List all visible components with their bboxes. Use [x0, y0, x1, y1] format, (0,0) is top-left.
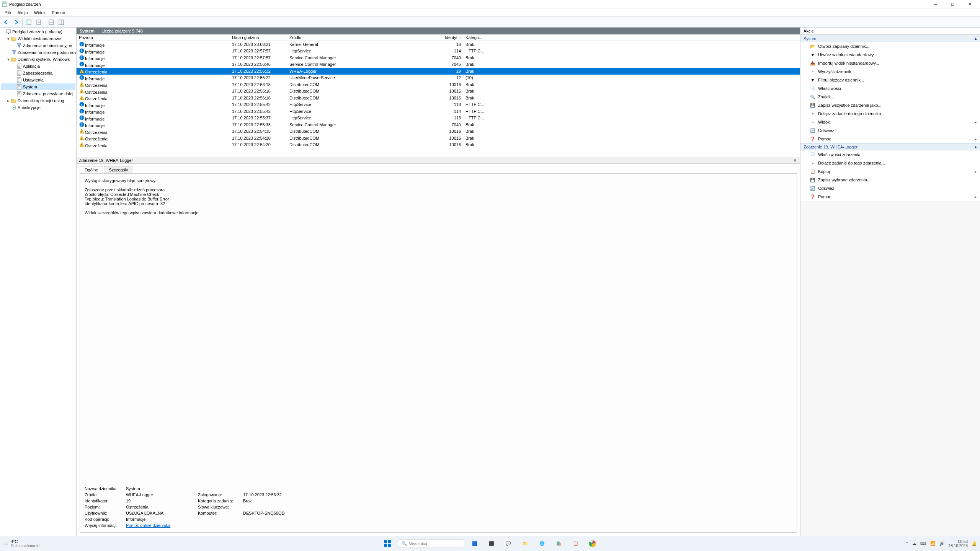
tree-node[interactable]: ▸Dzienniki aplikacji i usług [1, 97, 75, 104]
tree-toggle-icon[interactable]: ▾ [6, 57, 11, 62]
action-item[interactable]: 📄Właściwości zdarzenia [800, 150, 980, 159]
tree-node[interactable]: Podgląd zdarzeń (Lokalny) [1, 28, 75, 35]
store-icon[interactable]: 🛍️ [551, 538, 567, 550]
action-item[interactable]: ▫Dołącz zadanie do tego dziennika... [800, 109, 980, 118]
event-row[interactable]: !Ostrzeżenia17.10.2023 22:56:18Distribut… [77, 81, 800, 88]
tray-chevron-icon[interactable]: ⌃ [905, 541, 908, 546]
action-item[interactable]: 📂Otwórz zapisany dziennik... [800, 42, 980, 51]
svg-text:!: ! [81, 70, 82, 73]
action-item[interactable]: 🔍Znajdź... [800, 93, 980, 101]
col-level[interactable]: Poziom [77, 34, 230, 41]
tree-node[interactable]: Zdarzenia na stronie podsumowania [1, 49, 75, 56]
tree-node[interactable]: Aplikacja [1, 63, 75, 70]
taskbar-search[interactable]: 🔍 [397, 539, 466, 548]
menu-action[interactable]: Akcja [15, 10, 31, 16]
tree-node[interactable]: ▾Widoki niestandardowe [1, 35, 75, 42]
col-date[interactable]: Data i godzina [230, 34, 287, 41]
copilot-icon[interactable]: 🟦 [467, 538, 482, 550]
action-item[interactable]: 🔄Odśwież [800, 184, 980, 192]
prop-value: DESKTOP-SNQ50QD [243, 511, 320, 515]
action-item[interactable]: 💾Zapisz wszystkie zdarzenia jako... [800, 101, 980, 109]
action-item[interactable]: ❓Pomoc▸ [800, 135, 980, 143]
minimize-button[interactable]: ─ [927, 0, 944, 8]
eventvwr-taskbar-icon[interactable]: 📋 [568, 538, 583, 550]
action-item[interactable]: 📥Importuj widok niestandardowy... [800, 59, 980, 67]
tab-general[interactable]: Ogólne [80, 166, 103, 173]
navigation-tree[interactable]: Podgląd zdarzeń (Lokalny)▾Widoki niestan… [0, 28, 77, 536]
system-tray[interactable]: ⌃ ☁ ⌨ 📶 🔊 00:53 18.10.2023 🔔 [905, 540, 977, 548]
tree-node[interactable]: Zabezpieczenia [1, 70, 75, 77]
action-item[interactable]: 📋Kopiuj▸ [800, 167, 980, 176]
event-row[interactable]: !Ostrzeżenia17.10.2023 22:56:18Distribut… [77, 95, 800, 101]
event-row[interactable]: iInformacje17.10.2023 23:08:31Kernel-Gen… [77, 41, 800, 48]
actions-group-system[interactable]: System ▴ [800, 35, 980, 42]
properties-button[interactable] [34, 18, 43, 27]
clock[interactable]: 00:53 18.10.2023 [949, 540, 968, 548]
onedrive-icon[interactable]: ☁ [912, 541, 916, 546]
action-item[interactable]: ❓Pomoc▸ [800, 192, 980, 201]
action-item[interactable]: ▼Utwórz widok niestandardowy... [800, 51, 980, 59]
event-row[interactable]: !Ostrzeżenia17.10.2023 22:56:32WHEA-Logg… [77, 68, 800, 75]
volume-icon[interactable]: 🔊 [939, 541, 945, 546]
nav-back-button[interactable] [2, 18, 11, 27]
event-row[interactable]: iInformacje17.10.2023 22:55:37HttpServic… [77, 115, 800, 122]
action-item[interactable]: 🔄Odśwież [800, 126, 980, 135]
action-item[interactable]: 📄Właściwości [800, 84, 980, 93]
event-row[interactable]: iInformacje17.10.2023 22:57:57Service Co… [77, 54, 800, 61]
event-row[interactable]: !Ostrzeżenia17.10.2023 22:54:20Distribut… [77, 142, 800, 148]
action-item[interactable]: ▫Widok▸ [800, 118, 980, 126]
wifi-icon[interactable]: 📶 [930, 541, 936, 546]
event-row[interactable]: !Ostrzeżenia17.10.2023 22:54:35Distribut… [77, 128, 800, 135]
event-row[interactable]: iInformacje17.10.2023 22:55:33Service Co… [77, 121, 800, 128]
tree-node[interactable]: Zdarzenia przesyłane dalej [1, 90, 75, 97]
col-category[interactable]: Katego... [463, 34, 800, 41]
explorer-icon[interactable]: 📁 [518, 538, 533, 550]
detail-close-button[interactable]: × [792, 158, 798, 163]
tree-toggle-icon[interactable]: ▸ [6, 98, 11, 103]
weather-widget[interactable]: ☁️ 4°C Duże zachmurze... [3, 539, 42, 548]
event-row[interactable]: iInformacje17.10.2023 22:56:22UserModePo… [77, 75, 800, 82]
action-item[interactable]: 💾Zapisz wybrane zdarzenia... [800, 176, 980, 184]
menu-help[interactable]: Pomoc [49, 10, 68, 16]
menu-file[interactable]: Plik [2, 10, 15, 16]
nav-forward-button[interactable] [11, 18, 21, 27]
show-hide-tree-button[interactable] [24, 18, 33, 27]
event-list[interactable]: Poziom Data i godzina Źródło Identyf... … [77, 34, 800, 157]
action-label: Wyczyść dziennik... [818, 69, 855, 74]
language-icon[interactable]: ⌨ [920, 541, 926, 546]
edge-icon[interactable]: 🌐 [534, 538, 550, 550]
col-source[interactable]: Źródło [287, 34, 440, 41]
actions-group-event[interactable]: Zdarzenie 19, WHEA-Logger ▴ [800, 143, 980, 150]
start-button[interactable] [380, 538, 395, 550]
chat-icon[interactable]: 💬 [501, 538, 516, 550]
event-row[interactable]: iInformacje17.10.2023 22:57:57HttpServic… [77, 48, 800, 55]
close-button[interactable]: ✕ [961, 0, 978, 8]
col-id[interactable]: Identyf... [440, 34, 463, 41]
event-row[interactable]: !Ostrzeżenia17.10.2023 22:54:20Distribut… [77, 135, 800, 142]
tree-node[interactable]: Subskrypcje [1, 104, 75, 111]
tree-node[interactable]: System [1, 83, 75, 90]
menu-view[interactable]: Widok [31, 10, 49, 16]
task-view-icon[interactable]: ⬛ [484, 538, 499, 550]
prop-value: System [126, 486, 195, 491]
more-info-link[interactable]: Pomoc online dziennika [126, 523, 195, 528]
tree-node[interactable]: ▾Dzienniki systemu Windows [1, 56, 75, 63]
layout-button-1[interactable] [47, 18, 56, 27]
event-row[interactable]: !Ostrzeżenia17.10.2023 22:56:18Distribut… [77, 88, 800, 95]
event-row[interactable]: iInformacje17.10.2023 22:55:42HttpServic… [77, 101, 800, 108]
notifications-icon[interactable]: 🔔 [972, 541, 977, 546]
tree-node[interactable]: Ustawienia [1, 77, 75, 83]
action-item[interactable]: ▼Filtruj bieżący dziennik... [800, 76, 980, 84]
tab-details[interactable]: Szczegóły [104, 166, 133, 173]
layout-button-2[interactable] [57, 18, 66, 27]
maximize-button[interactable]: □ [944, 0, 961, 8]
tree-toggle-icon[interactable]: ▾ [6, 36, 11, 41]
action-item[interactable]: ▫Wyczyść dziennik... [800, 67, 980, 76]
action-item[interactable]: ▫Dołącz zadanie do tego zdarzenia... [800, 159, 980, 167]
search-input[interactable] [409, 541, 461, 546]
svg-point-34 [13, 107, 15, 108]
chrome-icon[interactable] [585, 538, 600, 550]
tree-node[interactable]: Zdarzenia administracyjne [1, 42, 75, 49]
event-row[interactable]: iInformacje17.10.2023 22:56:46Service Co… [77, 61, 800, 68]
event-row[interactable]: iInformacje17.10.2023 22:55:42HttpServic… [77, 108, 800, 115]
